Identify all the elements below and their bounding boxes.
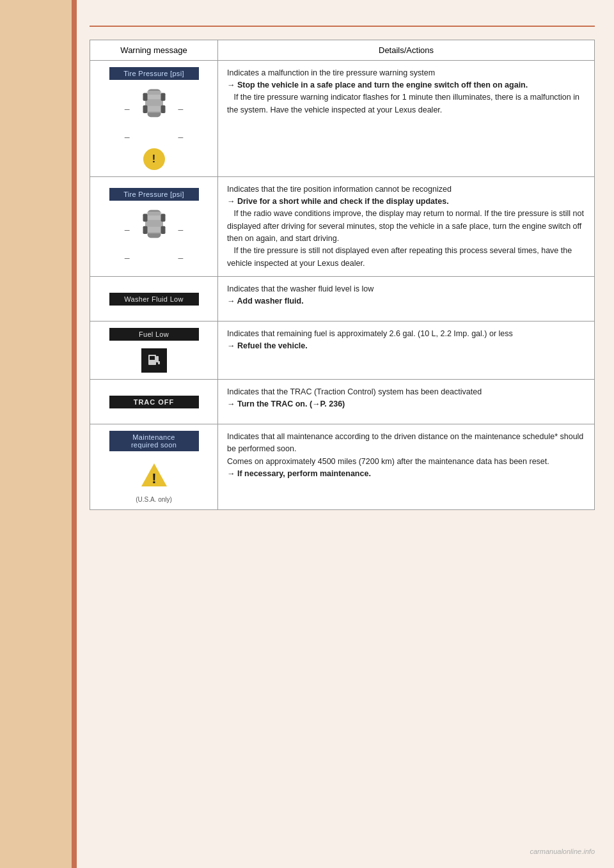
left-sidebar [0,0,77,868]
svg-rect-2 [146,91,162,99]
dash-right-top-2: — [178,225,184,235]
details-cell-washer: Indicates that the washer fluid level is… [218,277,594,321]
car-svg-1 [135,86,173,131]
warning-label-tire-position: Tire Pressure [psi] [109,188,199,201]
details-cell-maintenance: Indicates that all maintenance according… [218,424,594,509]
dash-right-bottom-1: — [178,132,184,142]
car-bottom-dashes-1: — — [125,132,184,142]
warning-cell-trac: TRAC OFF [90,380,218,424]
header-details: Details/Actions [218,40,594,60]
table-row: TRAC OFF Indicates that the TRAC (Tracti… [90,380,594,424]
svg-rect-14 [143,226,147,234]
details-cell-tire-position: Indicates that the tire position informa… [218,177,594,276]
car-svg-2 [135,207,173,252]
dash-right-top-1: — [178,104,184,114]
details-text-2d: If the tire pressure is still not displa… [227,246,572,267]
details-text-3a: Indicates that the washer fluid level is… [227,284,374,293]
warning-label-tire-malfunction: Tire Pressure [psi] [109,67,199,80]
svg-rect-6 [143,105,147,113]
svg-rect-17 [150,356,155,360]
details-text-2b: → Drive for a short while and check if t… [227,197,449,206]
warning-label-washer: Washer Fluid Low [109,293,199,306]
svg-rect-7 [161,105,165,113]
table-row: Washer Fluid Low Indicates that the wash… [90,277,594,322]
top-line [90,26,595,27]
details-cell-fuel: Indicates that remaining fuel is approxi… [218,322,594,379]
table-row: Fuel Low Indicates that remaining fuel i… [90,322,594,380]
table-row: Maintenancerequired soon ! (U.S.A. only)… [90,424,594,509]
main-content: Warning message Details/Actions Tire Pre… [77,0,614,868]
car-diagram-2: — — — [125,207,184,263]
svg-rect-19 [158,361,160,364]
warning-cell-tire-malfunction: Tire Pressure [psi] — [90,61,218,176]
warning-label-fuel: Fuel Low [109,328,199,341]
dash-left-bottom-1: — [125,132,130,142]
dash-right-bottom-2: — [178,253,184,263]
details-text-6a: Indicates that all maintenance according… [227,432,583,453]
warning-triangle-container: ! [138,459,170,491]
dash-left-bottom-2: — [125,253,130,263]
warning-triangle-icon: ! [140,462,168,488]
details-text-1c: If the tire pressure warning indicator f… [227,93,579,114]
svg-rect-5 [161,93,165,101]
details-cell-trac: Indicates that the TRAC (Traction Contro… [218,380,594,424]
warning-label-trac: TRAC OFF [109,396,199,408]
table-row: Tire Pressure [psi] — [90,177,594,277]
warning-cell-fuel: Fuel Low [90,322,218,379]
car-bottom-dashes-2: — — [125,253,184,263]
details-cell-tire-malfunction: Indicates a malfunction in the tire pres… [218,61,594,176]
svg-rect-15 [161,226,165,234]
warning-label-maintenance: Maintenancerequired soon [109,431,199,451]
warning-table: Warning message Details/Actions Tire Pre… [90,40,595,510]
details-text-1a: Indicates a malfunction in the tire pres… [227,68,435,77]
svg-rect-13 [161,214,165,222]
svg-text:!: ! [152,470,156,486]
svg-rect-12 [143,214,147,222]
svg-rect-10 [146,212,162,220]
details-text-5a: Indicates that the TRAC (Traction Contro… [227,387,482,396]
dash-left-top-2: — [125,225,130,235]
details-text-2a: Indicates that the tire position informa… [227,185,452,194]
svg-rect-3 [146,106,162,113]
sidebar-accent [72,0,77,868]
table-header: Warning message Details/Actions [90,40,594,61]
header-warning: Warning message [90,40,218,60]
dash-left-top-1: — [125,104,130,114]
warning-cell-tire-position: Tire Pressure [psi] — [90,177,218,276]
svg-rect-4 [143,93,147,101]
details-text-2c: If the radio wave conditions improve, th… [227,209,584,243]
car-top-dashes-2: — — [125,207,184,252]
usa-only-label: (U.S.A. only) [136,496,172,503]
details-text-3b: → Add washer fluid. [227,297,304,306]
details-text-6c: → If necessary, perform maintenance. [227,469,371,478]
details-text-5b: → Turn the TRAC on. (→P. 236) [227,399,345,408]
svg-rect-11 [146,227,162,234]
table-row: Tire Pressure [psi] — [90,61,594,177]
warning-cell-maintenance: Maintenancerequired soon ! (U.S.A. only) [90,424,218,509]
car-top-dashes-1: — — [125,86,184,131]
car-diagram-1: — — [125,86,184,142]
fuel-icon [141,348,167,373]
details-text-4b: → Refuel the vehicle. [227,341,308,350]
details-text-4a: Indicates that remaining fuel is approxi… [227,329,513,338]
warning-cell-washer: Washer Fluid Low [90,277,218,321]
details-text-1b: → Stop the vehicle in a safe place and t… [227,81,528,89]
details-text-6b: Comes on approximately 4500 miles (7200 … [227,457,549,466]
watermark: carmanualonline.info [530,848,595,855]
warning-circle-1: ! [143,148,165,170]
